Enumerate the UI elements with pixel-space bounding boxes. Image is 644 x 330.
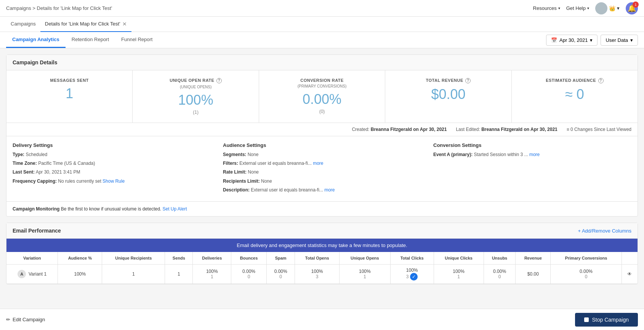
col-deliveries: Deliveries — [193, 252, 231, 265]
stat-total-revenue: TOTAL REVENUE ? $0.00 — [385, 70, 511, 123]
cell-spam: 0.00%0 — [266, 265, 295, 284]
info-icon[interactable]: ? — [598, 78, 604, 83]
cell-deliveries: 100%1 — [193, 265, 231, 284]
stat-messages-sent: MESSAGES SENT 1 — [6, 70, 133, 123]
resources-button[interactable]: Resources ▾ — [533, 5, 560, 11]
breadcrumb: Campaigns > Details for 'Link Map for Cl… — [6, 5, 112, 11]
check-circle-icon: ✓ — [410, 273, 418, 281]
tab-retention-report[interactable]: Retention Report — [66, 32, 115, 48]
chevron-down-icon: ▾ — [590, 37, 593, 43]
list-icon: ≡ — [567, 127, 569, 132]
info-icon[interactable]: ? — [216, 78, 222, 83]
col-actions — [622, 252, 638, 265]
campaign-details-card: Campaign Details MESSAGES SENT 1 UNIQUE … — [6, 54, 638, 217]
main-content: Campaign Details MESSAGES SENT 1 UNIQUE … — [0, 48, 644, 314]
stop-campaign-button[interactable]: Stop Campaign — [575, 313, 638, 314]
calendar-icon: 📅 — [551, 37, 557, 43]
tab-details[interactable]: Details for 'Link Map for Click Test' ✕ — [40, 17, 132, 32]
cell-total-opens: 100%3 — [295, 265, 340, 284]
col-unsubs: Unsubs — [484, 252, 516, 265]
bottom-bar: ✏ Edit Campaign Stop Campaign — [0, 309, 644, 314]
section-tabs: Campaign Analytics Retention Report Funn… — [6, 32, 159, 48]
avatar — [595, 2, 607, 14]
stat-estimated-audience: ESTIMATED AUDIENCE ? ≈ 0 — [512, 70, 638, 123]
top-bar-right: Resources ▾ Get Help ▾ 👑 ▾ 🔔 1 — [533, 2, 638, 14]
changes-link[interactable]: 0 Changes Since Last Viewed — [570, 127, 631, 132]
tab-campaign-analytics[interactable]: Campaign Analytics — [6, 32, 66, 48]
chevron-down-icon: ▾ — [558, 6, 560, 10]
stat-unique-open-rate: UNIQUE OPEN RATE ? (UNIQUE OPENS) 100% (… — [133, 70, 259, 123]
eye-icon: 👁 — [627, 271, 632, 277]
cell-sends: 1 — [165, 265, 193, 284]
tab-campaigns[interactable]: Campaigns — [6, 17, 40, 32]
date-picker-button[interactable]: 📅 Apr 30, 2021 ▾ — [546, 35, 598, 46]
description-more-link[interactable]: more — [324, 187, 335, 193]
cell-unsubs: 0.00%0 — [484, 265, 516, 284]
cell-unique-recipients: 1 — [102, 265, 165, 284]
monitoring-row: Campaign Monitoring Be the first to know… — [6, 202, 638, 216]
cell-revenue: $0.00 — [516, 265, 551, 284]
meta-row: Created: Breanna Fitzgerald on Apr 30, 2… — [6, 123, 638, 136]
col-spam: Spam — [266, 252, 295, 265]
cell-variant: A Variant 1 — [6, 265, 58, 284]
cell-audience-pct: 100% — [58, 265, 102, 284]
col-unique-clicks: Unique Clicks — [434, 252, 484, 265]
user-data-button[interactable]: User Data ▾ — [601, 35, 638, 46]
settings-row: Delivery Settings Type: Scheduled Time Z… — [6, 136, 638, 202]
filters-more-link[interactable]: more — [313, 161, 323, 166]
cell-unique-opens: 100%1 — [339, 265, 390, 284]
cell-total-clicks: 100% 3 ✓ — [390, 265, 434, 284]
cell-bounces: 0.00%0 — [231, 265, 267, 284]
col-audience-pct: Audience % — [58, 252, 102, 265]
cell-primary-conversions: 0.00%0 — [551, 265, 622, 284]
get-help-button[interactable]: Get Help ▾ — [566, 5, 589, 11]
close-icon[interactable]: ✕ — [122, 21, 127, 27]
chevron-down-icon: ▾ — [630, 37, 633, 43]
top-bar: Campaigns > Details for 'Link Map for Cl… — [0, 0, 644, 17]
chevron-down-icon: ▾ — [617, 5, 620, 11]
stats-row: MESSAGES SENT 1 UNIQUE OPEN RATE ? (UNIQ… — [6, 70, 638, 123]
crown-icon: 👑 — [609, 5, 615, 11]
email-perf-header: Email Performance + Add/Remove Columns — [6, 223, 638, 239]
delivery-settings-col: Delivery Settings Type: Scheduled Time Z… — [13, 142, 211, 195]
col-variation: Variation — [6, 252, 58, 265]
info-banner: Email delivery and engagement statistics… — [6, 239, 638, 252]
show-rule-link[interactable]: Show Rule — [103, 179, 125, 184]
notification-badge: 1 — [633, 2, 639, 8]
col-total-opens: Total Opens — [295, 252, 340, 265]
conversion-settings-col: Conversion Settings Event A (primary): S… — [433, 142, 631, 195]
table-header-row: Variation Audience % Unique Recipients S… — [6, 252, 638, 265]
section-tabs-right: 📅 Apr 30, 2021 ▾ User Data ▾ — [546, 35, 638, 46]
variant-badge: A — [18, 270, 26, 278]
chevron-down-icon: ▾ — [587, 6, 589, 10]
col-total-clicks: Total Clicks — [390, 252, 434, 265]
email-performance-table: Variation Audience % Unique Recipients S… — [6, 252, 638, 284]
col-bounces: Bounces — [231, 252, 267, 265]
table-row: A Variant 1 100% 1 1 100%1 0.00%0 0.00%0… — [6, 265, 638, 284]
set-up-alert-link[interactable]: Set Up Alert — [163, 206, 187, 212]
col-unique-recipients: Unique Recipients — [102, 252, 165, 265]
col-unique-opens: Unique Opens — [339, 252, 390, 265]
audience-settings-col: Audience Settings Segments: None Filters… — [223, 142, 421, 195]
cell-unique-clicks: 100%1 — [434, 265, 484, 284]
col-revenue: Revenue — [516, 252, 551, 265]
cell-row-action[interactable]: 👁 — [622, 265, 638, 284]
add-remove-columns-button[interactable]: + Add/Remove Columns — [578, 228, 631, 234]
col-sends: Sends — [165, 252, 193, 265]
col-primary-conversions: Primary Conversions — [551, 252, 622, 265]
info-icon[interactable]: ? — [465, 78, 471, 83]
stat-conversion-rate: CONVERSION RATE (PRIMARY CONVERSIONS) 0.… — [259, 70, 385, 123]
tab-funnel-report[interactable]: Funnel Report — [115, 32, 159, 48]
notification-button[interactable]: 🔔 1 — [626, 2, 638, 14]
email-performance-card: Email Performance + Add/Remove Columns E… — [6, 223, 638, 284]
campaign-details-header: Campaign Details — [6, 55, 638, 70]
page-tabs: Campaigns Details for 'Link Map for Clic… — [0, 17, 644, 32]
section-tabs-bar: Campaign Analytics Retention Report Funn… — [0, 32, 644, 48]
event-a-more-link[interactable]: more — [529, 152, 540, 157]
